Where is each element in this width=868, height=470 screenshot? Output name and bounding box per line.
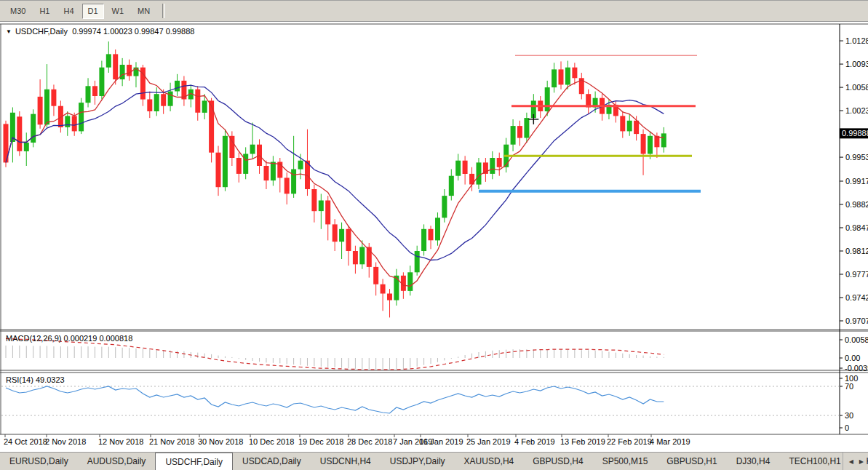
- chart-tab-USDCNH-H4[interactable]: USDCNH,H4: [311, 453, 381, 470]
- date-label: 25 Jan 2019: [466, 437, 511, 446]
- timeframe-button-D1[interactable]: D1: [82, 4, 104, 19]
- price-tick-label: 0.98120: [845, 247, 868, 255]
- date-label: 28 Dec 2018: [347, 437, 392, 446]
- chart-tab-SP500-M15[interactable]: SP500,M15: [593, 453, 658, 470]
- macd-tick-label: 0.00: [845, 354, 860, 362]
- timeframe-button-MN[interactable]: MN: [132, 4, 156, 19]
- date-label: 2 Nov 2018: [45, 437, 86, 446]
- timeframe-toolbar: M30H1H4D1W1MN: [0, 0, 868, 22]
- chart-tab-GBPUSD-H1[interactable]: GBPUSD,H1: [657, 453, 726, 470]
- current-price-badge-label: 0.99888: [842, 129, 868, 138]
- date-label: 22 Feb 2019: [607, 437, 652, 446]
- date-label: 19 Dec 2018: [298, 437, 343, 446]
- price-tick-label: 1.01280: [845, 36, 868, 45]
- date-label: 13 Feb 2019: [560, 437, 605, 446]
- ma-fast-line: [6, 68, 664, 287]
- date-label: 30 Nov 2018: [198, 437, 243, 446]
- price-tick-label: 0.97420: [845, 293, 868, 302]
- macd-histogram-layer: [6, 346, 664, 370]
- price-tick-label: 0.98470: [845, 223, 868, 232]
- chart-tab-USDCHF-Daily[interactable]: USDCHF,Daily: [155, 453, 233, 470]
- price-tick-label: 0.97070: [845, 316, 868, 325]
- toolbar-separator: [162, 4, 165, 18]
- chart-tab-USDCAD-Daily[interactable]: USDCAD,Daily: [233, 453, 311, 470]
- symbol-ohlc-values: 0.99974 1.00023 0.99847 0.99888: [72, 27, 194, 36]
- price-tick-label: 0.99530: [845, 153, 868, 162]
- chart-tab-TECH100-H1[interactable]: TECH100,H1: [779, 453, 850, 470]
- price-tick-label: 1.00580: [845, 83, 868, 92]
- symbol-name: USDCHF,Daily: [15, 27, 68, 36]
- rsi-tick-label: 70: [845, 382, 853, 391]
- price-tick-label: 1.00230: [845, 106, 868, 115]
- chart-tab-DJ30-H4[interactable]: DJ30,H4: [727, 453, 780, 470]
- chart-canvas[interactable]: 1.012801.009301.005801.002300.995300.991…: [0, 0, 868, 470]
- price-tick-label: 1.00930: [845, 60, 868, 68]
- date-label: 21 Nov 2018: [149, 437, 194, 446]
- chart-tab-USDJPY-Daily[interactable]: USDJPY,Daily: [381, 453, 455, 470]
- timeframe-button-W1[interactable]: W1: [106, 4, 130, 19]
- candles-layer: [4, 41, 666, 317]
- macd-indicator-label: MACD(12,26,9) 0.000219 0.000818: [6, 334, 132, 343]
- price-tick-label: 0.99170: [845, 177, 868, 186]
- date-label: 4 Mar 2019: [650, 437, 690, 446]
- tab-scroll-right-button[interactable]: ▶: [859, 458, 864, 465]
- rsi-tick-label: 0: [845, 423, 849, 432]
- timeframe-button-H1[interactable]: H1: [33, 4, 55, 19]
- chart-header: ▼USDCHF,Daily 0.99974 1.00023 0.99847 0.…: [6, 27, 194, 36]
- chart-tabs-bar: EURUSD,DailyAUDUSD,DailyUSDCHF,DailyUSDC…: [0, 452, 868, 470]
- rsi-indicator-label: RSI(14) 49.0323: [6, 375, 65, 384]
- chart-tab-AUDUSD-Daily[interactable]: AUDUSD,Daily: [78, 453, 156, 470]
- date-label: 24 Oct 2018: [4, 437, 47, 446]
- date-label: 16 Jan 2019: [419, 437, 463, 446]
- chart-tab-EURUSD-Daily[interactable]: EURUSD,Daily: [0, 453, 78, 470]
- date-label: 4 Feb 2019: [514, 437, 555, 446]
- tab-scroll-arrows: ◀ ▶: [843, 453, 867, 470]
- chart-tab-GBPUSD-H4[interactable]: GBPUSD,H4: [523, 453, 592, 470]
- symbol-dropdown-icon[interactable]: ▼: [6, 28, 12, 35]
- tab-scroll-left-button[interactable]: ◀: [849, 458, 853, 465]
- macd-tick-label: -0.00394: [845, 364, 868, 373]
- chart-tab-XAUUSD-H4[interactable]: XAUUSD,H4: [455, 453, 524, 470]
- price-tick-label: 0.97770: [845, 270, 868, 279]
- rsi-line: [6, 386, 664, 413]
- timeframe-button-M30[interactable]: M30: [4, 4, 31, 19]
- date-label: 12 Nov 2018: [98, 437, 143, 446]
- timeframe-button-H4[interactable]: H4: [57, 4, 79, 19]
- rsi-tick-label: 30: [845, 411, 853, 420]
- date-label: 10 Dec 2018: [249, 437, 294, 446]
- macd-tick-label: 0.005802: [845, 335, 868, 344]
- price-tick-label: 0.98820: [845, 200, 868, 209]
